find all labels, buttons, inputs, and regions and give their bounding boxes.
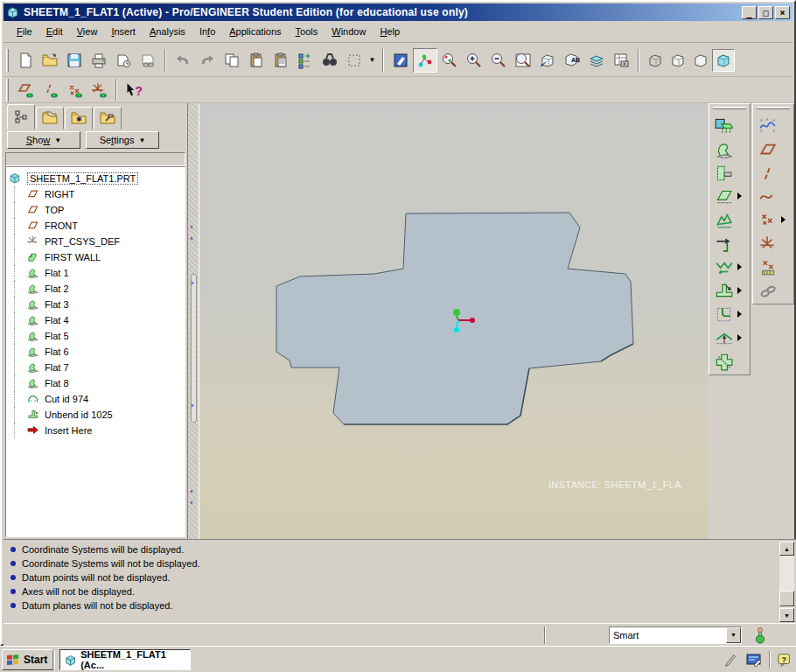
menu-window[interactable]: Window xyxy=(325,24,372,39)
flyout-arrow-icon[interactable] xyxy=(737,192,742,200)
tree-item[interactable]: FIRST WALL xyxy=(6,249,185,265)
datum-point-tool-button[interactable] xyxy=(756,208,779,230)
undo-button[interactable] xyxy=(171,48,195,73)
copy-geometry-tool-button[interactable] xyxy=(756,279,779,301)
flat-pattern-tool-button[interactable] xyxy=(712,350,735,372)
spin-center-button[interactable] xyxy=(413,48,437,73)
rip-tool-button[interactable] xyxy=(712,303,735,325)
zoom-in-button[interactable] xyxy=(462,48,486,73)
toolbar-grip[interactable] xyxy=(6,49,9,72)
shaded-button[interactable] xyxy=(712,49,735,72)
menu-help[interactable]: Help xyxy=(374,24,406,39)
datum-plane-tool-button[interactable] xyxy=(756,137,779,159)
scroll-up-icon[interactable]: ▲ xyxy=(779,542,794,556)
tree-item[interactable]: Unbend id 1025 xyxy=(6,407,185,423)
tree-item[interactable]: Flat 5 xyxy=(6,328,185,344)
select-items-dropdown[interactable]: ▼ xyxy=(367,48,378,73)
datum-csys-tool-button[interactable] xyxy=(756,232,779,254)
extend-wall-tool-button[interactable] xyxy=(712,232,735,254)
csys-display-button[interactable] xyxy=(87,78,111,102)
tree-item[interactable]: Flat 4 xyxy=(6,312,185,328)
layers-button[interactable] xyxy=(584,48,609,73)
selection-filter-combo[interactable]: Smart ▼ xyxy=(609,626,742,644)
expand-chevron-icon[interactable]: › xyxy=(191,278,194,287)
sketch-tool-button[interactable] xyxy=(756,114,779,136)
pen-icon[interactable] xyxy=(723,651,739,668)
flyout-arrow-icon[interactable] xyxy=(737,263,742,270)
tree-item[interactable]: PRT_CSYS_DEF xyxy=(6,234,185,249)
tree-item[interactable]: Flat 3 xyxy=(6,297,185,312)
navtab-folder-browser[interactable] xyxy=(36,107,64,130)
minimize-button[interactable]: _ xyxy=(742,6,757,19)
unbend-tool-button[interactable] xyxy=(712,279,735,301)
saved-views-button[interactable] xyxy=(535,48,560,73)
bend-back-tool-button[interactable] xyxy=(712,326,735,348)
collapse-chevron-icon[interactable]: ‹ xyxy=(190,498,193,507)
field-point-tool-button[interactable] xyxy=(756,256,779,277)
flange-wall-tool-button[interactable] xyxy=(712,161,735,183)
tree-item[interactable]: Flat 7 xyxy=(6,360,185,375)
copy-button[interactable] xyxy=(220,48,244,73)
regenerate-button[interactable] xyxy=(293,48,318,73)
save-a-copy-button[interactable] xyxy=(111,48,136,73)
toolbar-grip[interactable] xyxy=(6,79,9,102)
view-manager-button[interactable] xyxy=(609,48,633,73)
send-mail-button[interactable] xyxy=(136,48,160,73)
menu-file[interactable]: File xyxy=(10,24,38,39)
toolbar-grip[interactable] xyxy=(713,107,746,109)
tree-item[interactable]: Flat 2 xyxy=(6,281,185,297)
point-display-button[interactable] xyxy=(62,78,87,102)
navigator-sash[interactable]: ‹ ‹ › › ‹ ‹ xyxy=(187,103,199,539)
datum-axis-tool-button[interactable] xyxy=(756,161,779,183)
paste-special-button[interactable] xyxy=(269,48,293,73)
menu-info[interactable]: Info xyxy=(193,24,221,39)
help-icon[interactable]: ? xyxy=(777,651,793,668)
flyout-arrow-icon[interactable] xyxy=(781,216,786,223)
toolbar-grip[interactable] xyxy=(757,107,790,109)
merge-wall-tool-button[interactable] xyxy=(712,208,735,230)
tree-root[interactable]: SHEETM_1_FLAT1.PRT xyxy=(6,171,185,186)
menu-tools[interactable]: Tools xyxy=(290,24,325,39)
menu-edit[interactable]: Edit xyxy=(40,24,69,39)
expand-chevron-icon[interactable]: › xyxy=(191,401,194,410)
scrollbar-thumb[interactable] xyxy=(779,591,794,606)
tree-item[interactable]: TOP xyxy=(6,202,185,218)
menu-analysis[interactable]: Analysis xyxy=(143,24,192,39)
datum-curve-tool-button[interactable] xyxy=(756,185,779,206)
new-button[interactable] xyxy=(13,48,38,73)
tree-item[interactable]: RIGHT xyxy=(6,186,185,202)
tree-item[interactable]: Flat 1 xyxy=(6,265,185,281)
tree-item[interactable]: FRONT xyxy=(6,218,185,234)
menu-applications[interactable]: Applications xyxy=(223,24,287,39)
open-button[interactable] xyxy=(38,48,62,73)
settings-button[interactable]: Settings▼ xyxy=(86,131,159,149)
tree-item[interactable]: Cut id 974 xyxy=(6,391,185,407)
show-button[interactable]: Show▼ xyxy=(7,131,80,149)
hidden-line-button[interactable] xyxy=(667,49,689,72)
axis-display-button[interactable] xyxy=(38,78,62,102)
input-panel-icon[interactable] xyxy=(745,651,763,668)
chevron-down-icon[interactable]: ▼ xyxy=(726,627,741,643)
wall-tool-button[interactable] xyxy=(712,114,735,136)
datum-plane-display-button[interactable] xyxy=(13,78,38,102)
navtab-model-tree[interactable] xyxy=(7,104,35,130)
flyout-arrow-icon[interactable] xyxy=(737,287,742,294)
collapse-chevron-icon[interactable]: ‹ xyxy=(190,486,193,495)
orient-mode-button[interactable] xyxy=(437,48,462,73)
flyout-arrow-icon[interactable] xyxy=(737,334,742,341)
find-button[interactable] xyxy=(318,48,342,73)
flyout-arrow-icon[interactable] xyxy=(737,311,742,318)
maximize-button[interactable]: □ xyxy=(758,6,773,19)
bend-tool-button[interactable] xyxy=(712,256,735,277)
save-button[interactable] xyxy=(62,48,87,73)
extrude-wall-tool-button[interactable] xyxy=(712,185,735,206)
print-button[interactable] xyxy=(87,48,111,73)
menu-view[interactable]: View xyxy=(71,24,104,39)
graphics-viewport[interactable]: INSTANCE: SHEETM_1_FLA xyxy=(199,103,708,539)
tree-item[interactable]: Insert Here xyxy=(6,423,185,438)
navtab-connections[interactable] xyxy=(94,107,122,130)
flat-wall-tool-button[interactable] xyxy=(712,137,735,159)
wireframe-button[interactable] xyxy=(644,49,667,72)
redo-button[interactable] xyxy=(195,48,220,73)
collapse-chevron-icon[interactable]: ‹ xyxy=(190,234,193,242)
